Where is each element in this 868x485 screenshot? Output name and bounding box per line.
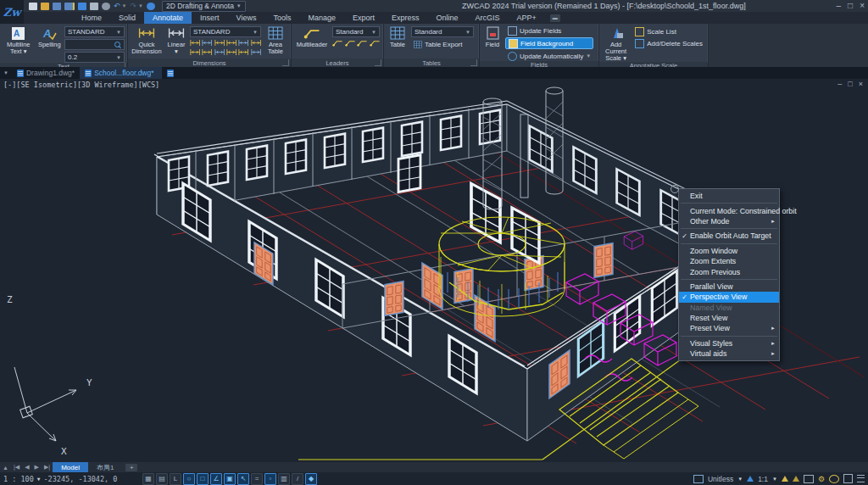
object-snap-toggle[interactable]: □ [197,473,209,485]
tab-arcgis[interactable]: ArcGIS [467,12,509,24]
tab-online[interactable]: Online [428,12,467,24]
text-style-dropdown[interactable]: STANDARD ▼ [64,26,125,37]
vp-restore-icon[interactable]: □ [848,80,852,88]
table-export-button[interactable]: Table Export [411,39,474,49]
tab-annotate[interactable]: Annotate [144,12,192,24]
tab-manage[interactable]: Manage [299,12,344,24]
quick-properties-toggle[interactable]: / [292,473,303,485]
dimension-tools-row-1[interactable] [190,39,261,47]
leader-dialog-launcher-icon[interactable] [375,59,381,66]
ortho-mode-toggle[interactable]: L [170,473,181,485]
viewport-scale-value[interactable]: 1 : 100 [3,475,34,483]
text-height-dropdown[interactable]: 0.2 ▼ [64,52,125,63]
table-button[interactable]: Table [387,25,409,48]
online-globe-icon[interactable] [147,3,155,10]
preview-icon[interactable] [102,3,110,10]
new-file-icon[interactable] [29,3,37,10]
print-icon[interactable] [90,3,98,10]
menu-item-reset-view[interactable]: Reset View [679,313,779,323]
menu-item-other-mode[interactable]: Other Mode ► [679,216,779,226]
spelling-button[interactable]: A Spelling [36,25,62,48]
fullscreen-icon[interactable] [843,474,853,483]
vp-minimize-icon[interactable]: – [837,80,842,88]
units-dropdown-icon[interactable]: ▼ [737,477,743,482]
new-layout-button[interactable]: + [125,464,137,471]
doc-tab-school-floor[interactable]: School...floor.dwg* [80,67,161,79]
undo-icon[interactable]: ↶ [114,3,120,10]
menu-item-perspective-view[interactable]: ✓ Perspective View [679,292,779,302]
tab-express[interactable]: Express [383,12,428,24]
tab-tools[interactable]: Tools [264,12,299,24]
save-icon[interactable] [53,3,61,10]
tab-app-plus[interactable]: APP+ [509,12,545,24]
area-table-button[interactable]: Area Table [264,25,287,55]
scale-dropdown-icon[interactable]: ▼ [37,476,41,482]
leader-tools-row[interactable] [332,39,380,47]
redo-dropdown-icon[interactable]: ▼ [138,3,143,8]
dim-style-dropdown[interactable]: STANDARD ▼ [190,26,261,37]
redo-icon[interactable]: ↷ [131,3,137,10]
model-tab[interactable]: Model [53,462,88,472]
update-fields-button[interactable]: Update Fields [505,25,593,36]
app-logo[interactable]: Zw [0,0,24,24]
customize-menu-icon[interactable] [857,475,865,482]
vp-close-icon[interactable]: × [859,80,863,88]
annotation-scale-dropdown-icon[interactable]: ▼ [772,477,777,482]
add-delete-scales-button[interactable]: Add/Delete Scales [632,38,705,48]
tab-insert[interactable]: Insert [192,12,228,24]
open-folder-icon[interactable] [41,3,49,10]
save-as-icon[interactable] [64,3,75,10]
tab-views[interactable]: Views [228,12,265,24]
scale-list-button[interactable]: Scale List [632,26,705,36]
update-automatically-button[interactable]: Update Automatically ▼ [505,51,593,61]
linear-dimension-button[interactable]: Linear ▾ [165,25,187,55]
transparency-toggle[interactable]: ▫ [264,473,276,485]
undo-dropdown-icon[interactable]: ▼ [122,3,127,8]
minimize-button[interactable]: – [837,0,842,11]
last-layout-icon[interactable]: ▶| [42,464,53,471]
tab-home[interactable]: Home [73,12,110,24]
menu-item-preset-view[interactable]: Preset View ► [679,323,779,333]
menu-item-current-mode[interactable]: Current Mode: Constrained orbit [679,205,779,215]
doc-tab-drawing1[interactable]: Drawing1.dwg* [12,67,80,79]
selection-cycling-toggle[interactable]: ▥ [278,473,290,485]
units-value[interactable]: Unitless [708,475,733,483]
first-layout-icon[interactable]: |◀ [11,464,22,471]
layout1-tab[interactable]: 布局1 [88,462,122,472]
annotation-visibility-icon[interactable] [782,476,788,482]
gear-icon[interactable]: ⚙ [818,475,825,483]
3d-object-snap-toggle[interactable]: ◆ [305,473,317,485]
layout-preview-icon[interactable]: ▲ [0,465,11,471]
lineweight-toggle[interactable]: = [251,473,263,485]
menu-item-zoom-window[interactable]: Zoom Window [679,246,779,256]
viewport-controls-label[interactable]: [-][SE Isometric][3D Wireframe][WCS] [3,81,159,89]
multiline-text-button[interactable]: A Multiline Text ▾ [3,25,34,55]
menu-item-zoom-extents[interactable]: Zoom Extents [679,256,779,266]
close-button[interactable]: × [860,0,865,11]
field-button[interactable]: Field [482,25,503,48]
quick-dimension-button[interactable]: Quick Dimension [131,25,163,55]
dim-dialog-launcher-icon[interactable] [282,59,289,66]
menu-item-visual-styles[interactable]: Visual Styles ► [679,338,779,348]
maximize-button[interactable]: □ [848,0,853,11]
doc-tab-overflow-icon[interactable]: ▼ [0,70,12,75]
dynamic-input-toggle[interactable]: ▣ [224,473,236,485]
add-current-scale-button[interactable]: Add Current Scale ▾ [602,25,630,62]
tab-solid[interactable]: Solid [110,12,144,24]
isolate-objects-icon[interactable] [829,475,839,483]
ribbon-collapse-icon[interactable]: ▬ [550,14,560,22]
workspace-switch-icon[interactable] [804,475,814,483]
menu-item-exit[interactable]: Exit [679,191,779,201]
mleader-style-dropdown[interactable]: Standard ▼ [332,26,380,37]
menu-item-parallel-view[interactable]: Parallel View [679,282,779,292]
auto-scale-icon[interactable] [793,476,799,482]
polar-tracking-toggle[interactable]: ○ [183,473,195,485]
dimension-tools-row-2[interactable] [190,48,261,56]
table-style-dropdown[interactable]: Standard ▼ [411,26,474,37]
multileader-button[interactable]: Multileader [294,25,330,48]
new-doc-tab-button[interactable] [162,67,179,79]
object-snap-tracking-toggle[interactable]: ∠ [210,473,222,485]
text-find-field[interactable] [64,39,125,50]
field-background-button[interactable]: Field Background [505,37,593,49]
next-layout-icon[interactable]: ▶ [32,464,42,471]
